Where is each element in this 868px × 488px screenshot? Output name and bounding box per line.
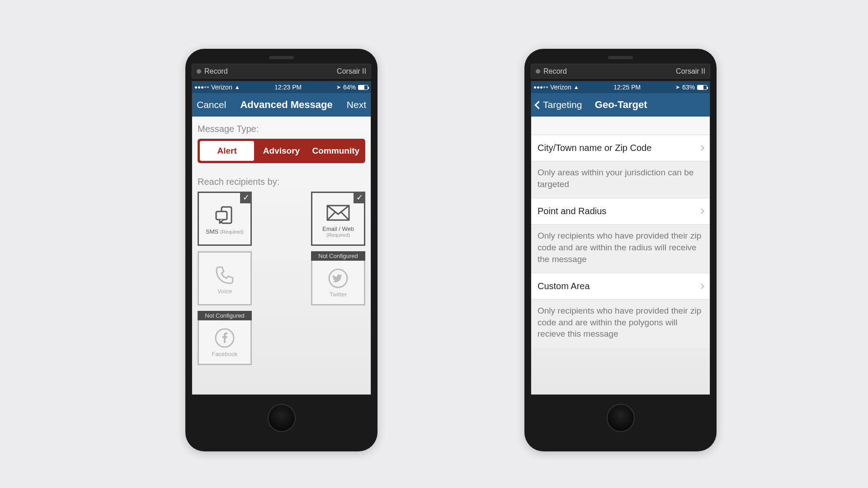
channel-twitter[interactable]: Not Configured Twitter — [311, 251, 365, 305]
chevron-right-icon — [698, 208, 704, 214]
wifi-icon: ▲ — [574, 84, 579, 90]
cancel-button[interactable]: Cancel — [197, 99, 226, 110]
next-button[interactable]: Next — [347, 99, 366, 110]
channel-grid: ✓ SMS (Required) ✓ — [192, 192, 371, 365]
ios-status-bar: Verizon ▲ 12:25 PM ➤ 63% — [531, 81, 710, 93]
phone-icon — [212, 263, 237, 288]
simulator-bar: Record Corsair II — [192, 64, 371, 79]
row-city-desc: Only areas within your jurisdiction can … — [531, 161, 710, 198]
clock-label: 12:25 PM — [613, 84, 641, 91]
battery-icon — [358, 85, 368, 90]
content-area: Message Type: Alert Advisory Community R… — [192, 117, 371, 394]
battery-icon — [697, 85, 707, 90]
twitter-icon — [326, 266, 351, 291]
channel-sublabel: (Required) — [220, 229, 244, 235]
home-button[interactable] — [268, 404, 296, 432]
battery-percent: 64% — [343, 84, 356, 91]
channel-label: Facebook — [212, 351, 237, 357]
channel-facebook[interactable]: Not Configured Facebook — [198, 311, 252, 365]
reach-label: Reach recipients by: — [192, 169, 371, 192]
nav-title: Geo-Target — [595, 99, 647, 111]
phone-mockup-right: Record Corsair II Verizon ▲ 12:25 PM ➤ 6… — [524, 49, 717, 451]
home-button[interactable] — [607, 404, 635, 432]
facebook-icon — [212, 325, 237, 351]
row-custom-desc: Only recipients who have provided their … — [531, 300, 710, 348]
row-city-zip[interactable]: City/Town name or Zip Code — [531, 135, 710, 161]
ios-status-bar: Verizon ▲ 12:23 PM ➤ 64% — [192, 81, 371, 93]
carrier-label: Verizon — [550, 84, 571, 91]
channel-sms[interactable]: ✓ SMS (Required) — [198, 192, 252, 246]
channel-label: Twitter — [330, 291, 347, 298]
chevron-right-icon — [698, 145, 704, 151]
location-icon: ➤ — [336, 84, 341, 90]
row-title: City/Town name or Zip Code — [538, 143, 651, 153]
signal-dots-icon — [534, 86, 548, 89]
channel-email[interactable]: ✓ Email / Web (Required) — [311, 192, 365, 246]
phone-screen: Verizon ▲ 12:23 PM ➤ 64% Cancel Advanced… — [192, 81, 371, 395]
check-icon: ✓ — [240, 192, 252, 203]
content-area: City/Town name or Zip Code Only areas wi… — [531, 117, 710, 394]
nav-bar: Targeting Geo-Target — [531, 93, 710, 117]
phone-mockup-left: Record Corsair II Verizon ▲ 12:23 PM ➤ 6… — [185, 49, 377, 451]
chevron-right-icon — [698, 283, 704, 289]
phone-speaker — [269, 56, 294, 59]
record-label[interactable]: Record — [204, 67, 228, 75]
message-type-segmented: Alert Advisory Community — [198, 139, 365, 163]
back-button[interactable]: Targeting — [536, 99, 582, 110]
tab-community[interactable]: Community — [309, 141, 363, 161]
record-label[interactable]: Record — [543, 67, 567, 75]
nav-bar: Cancel Advanced Message Next — [192, 93, 371, 117]
nav-title: Advanced Message — [240, 99, 332, 111]
row-point-radius[interactable]: Point and Radius — [531, 198, 710, 225]
channel-label: SMS — [206, 228, 218, 235]
record-indicator-icon — [536, 69, 540, 74]
channel-sublabel: (Required) — [322, 232, 354, 238]
row-custom-area[interactable]: Custom Area — [531, 273, 710, 300]
email-icon — [326, 200, 351, 225]
check-icon: ✓ — [354, 192, 365, 203]
location-icon: ➤ — [675, 84, 680, 90]
phone-speaker — [608, 56, 633, 59]
tab-advisory[interactable]: Advisory — [254, 141, 308, 161]
not-configured-badge: Not Configured — [198, 311, 252, 320]
battery-percent: 63% — [682, 84, 695, 91]
channel-voice[interactable]: Voice — [198, 251, 252, 305]
message-type-label: Message Type: — [192, 117, 371, 139]
clock-label: 12:23 PM — [274, 84, 302, 91]
tab-alert[interactable]: Alert — [200, 141, 254, 161]
not-configured-badge: Not Configured — [311, 251, 365, 261]
simulator-bar: Record Corsair II — [531, 64, 710, 79]
record-indicator-icon — [197, 69, 201, 74]
wifi-icon: ▲ — [235, 84, 240, 90]
phone-screen: Verizon ▲ 12:25 PM ➤ 63% Targeting Geo-T… — [531, 81, 710, 395]
carrier-label: Verizon — [211, 84, 232, 91]
signal-dots-icon — [195, 86, 209, 89]
channel-label: Email / Web — [322, 225, 354, 232]
row-title: Custom Area — [538, 281, 590, 291]
simulator-device-label: Corsair II — [337, 67, 366, 75]
channel-label: Voice — [217, 288, 232, 295]
sms-icon — [212, 203, 237, 228]
row-radius-desc: Only recipients who have provided their … — [531, 225, 710, 273]
svg-rect-1 — [216, 211, 227, 220]
row-title: Point and Radius — [538, 206, 606, 216]
chevron-left-icon — [534, 101, 542, 109]
simulator-device-label: Corsair II — [676, 67, 705, 75]
back-label: Targeting — [543, 99, 582, 110]
